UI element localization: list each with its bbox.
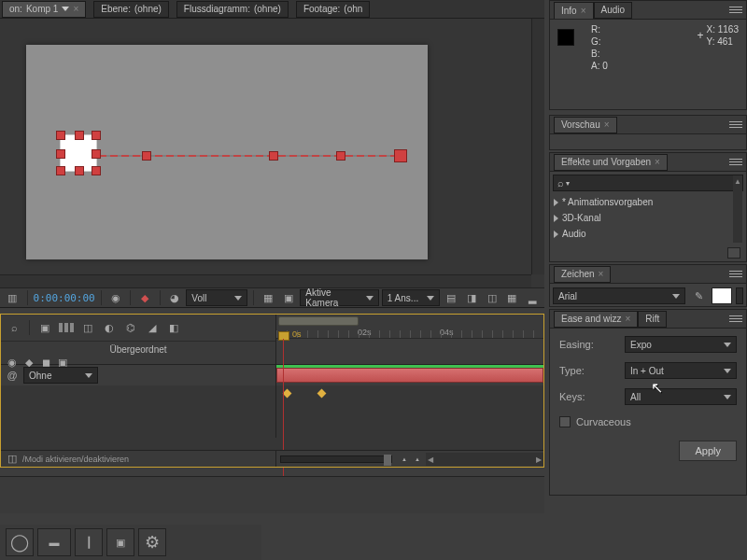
curvaceous-label: Curvaceous [576, 416, 631, 427]
tab-label-prefix: Ebene: [101, 4, 131, 14]
magnify-icon[interactable]: ▥ [4, 288, 21, 307]
timeline-scroll-h[interactable]: ◀ ▶ [426, 453, 543, 466]
draft3d-icon[interactable]: ◧ [164, 318, 183, 337]
curvaceous-checkbox[interactable] [559, 416, 571, 427]
shape-start[interactable] [60, 134, 97, 172]
pickwhip-icon[interactable]: @ [5, 366, 20, 385]
tree-item-3d-channel[interactable]: 3D-Kanal [550, 210, 746, 226]
keyframe[interactable] [283, 389, 292, 399]
effects-scroll-v[interactable]: ▲ [733, 175, 742, 243]
frame-blend-icon[interactable]: ◫ [78, 318, 97, 337]
motion-blur-icon[interactable]: ◐ [100, 318, 119, 337]
tree-item-animation-presets[interactable]: * Animationsvorgaben [550, 194, 746, 210]
tab-composition[interactable]: on: Komp 1 × [2, 1, 86, 18]
apply-button[interactable]: Apply [679, 441, 737, 461]
viewer-scroll-v[interactable] [531, 19, 544, 274]
viewer-scroll-h[interactable] [0, 274, 531, 287]
playhead[interactable]: 0s [278, 331, 289, 341]
resolution-dropdown[interactable]: Voll [186, 289, 247, 306]
search-icon: ⌕ [557, 177, 564, 189]
easing-dropdown[interactable]: Expo [625, 336, 737, 353]
tree-item-label: * Animationsvorgaben [562, 197, 653, 207]
tab-character[interactable]: Zeichen × [554, 266, 611, 283]
tab-preview[interactable]: Vorschau × [554, 117, 617, 133]
crop-icon[interactable]: ◨ [463, 288, 481, 307]
share-view-icon[interactable]: ▤ [443, 288, 460, 307]
zoom-in-icon[interactable]: ▲ [411, 450, 424, 469]
stroke-color-swatch[interactable] [736, 287, 743, 304]
toggle-switches-icon[interactable]: ◫ [5, 450, 20, 469]
panel-menu-icon[interactable] [729, 119, 742, 130]
tab-layer[interactable]: Ebene: (ohne) [93, 1, 169, 18]
close-icon[interactable]: × [655, 157, 660, 167]
views-dropdown[interactable]: 1 Ans... [382, 289, 440, 306]
snapshot-icon[interactable]: ◉ [107, 288, 125, 307]
close-icon[interactable]: × [625, 314, 630, 324]
composition-canvas[interactable] [26, 45, 428, 259]
path-handle[interactable] [269, 151, 278, 161]
tab-effects[interactable]: Effekte und Vorgaben × [554, 154, 668, 171]
bottom-tool-gear-icon[interactable]: ⚙ [138, 528, 166, 556]
keys-dropdown[interactable]: All [625, 388, 737, 405]
chevron-right-icon [554, 215, 558, 222]
bottom-tool-rectangle-icon[interactable]: ▬ [37, 528, 71, 556]
bottom-tool-split-icon[interactable]: ┃ [75, 528, 103, 556]
crosshair-icon: + [698, 30, 704, 42]
font-family-dropdown[interactable]: Arial [553, 287, 685, 304]
close-icon[interactable]: × [581, 6, 586, 16]
keyframe[interactable] [317, 389, 327, 399]
chevron-right-icon [554, 231, 558, 238]
effects-new-bin-icon[interactable] [727, 247, 740, 259]
tab-rift-label: Rift [645, 314, 659, 324]
settings-icon[interactable]: ◫ [483, 288, 500, 307]
comp-mini-icon[interactable]: ▣ [35, 318, 54, 337]
parent-dropdown[interactable]: Ohne [23, 367, 98, 384]
tree-item-label: Audio [562, 229, 586, 239]
bottom-tool-layer-icon[interactable]: ▣ [106, 528, 134, 556]
channels-icon[interactable]: ◆ [136, 288, 154, 307]
panel-menu-icon[interactable] [729, 313, 742, 324]
tab-rift[interactable]: Rift [638, 311, 667, 328]
close-icon[interactable]: × [73, 4, 78, 14]
eyedropper-icon[interactable]: ✎ [689, 287, 708, 305]
zoom-slider-thumb[interactable] [384, 455, 391, 466]
motion-path [88, 155, 396, 157]
close-icon[interactable]: × [599, 269, 604, 279]
fill-color-swatch[interactable] [712, 287, 732, 304]
timeline-zoom-slider[interactable] [280, 455, 392, 463]
bottom-tool-shutter-icon[interactable]: ◯ [6, 528, 34, 556]
effects-search-input[interactable]: ⌕ ▾ [553, 175, 743, 191]
timecode[interactable]: 0:00:00:00 [34, 292, 95, 304]
tab-audio[interactable]: Audio [594, 2, 633, 19]
camera-dropdown[interactable]: Aktive Kamera [300, 289, 379, 306]
tab-footage[interactable]: Footage: (ohn [296, 1, 371, 18]
panel-menu-icon[interactable] [729, 156, 742, 167]
tree-item-label: 3D-Kanal [562, 213, 601, 223]
close-icon[interactable]: × [604, 119, 610, 130]
brainstorm-icon[interactable]: ⌬ [121, 318, 140, 337]
layer-switch-icon[interactable] [57, 318, 76, 337]
mask-icon[interactable]: ▣ [280, 288, 298, 307]
tab-info[interactable]: Info × [554, 2, 594, 19]
chevron-down-icon[interactable] [62, 7, 69, 11]
transparency-grid-icon[interactable]: ▦ [260, 288, 277, 307]
graph-editor-icon[interactable]: ◢ [143, 318, 162, 337]
tab-flowchart[interactable]: Flussdiagramm: (ohne) [176, 1, 289, 18]
shape-end[interactable] [394, 149, 407, 162]
layer-bar[interactable] [276, 368, 543, 383]
path-handle[interactable] [336, 151, 345, 161]
footer-toggle-label[interactable]: /Modi aktivieren/deaktivieren [22, 455, 129, 464]
zoom-out-icon[interactable]: ▲ [398, 450, 411, 469]
panel-menu-icon[interactable] [729, 4, 742, 15]
work-area-bar[interactable] [278, 316, 359, 326]
chevron-down-icon[interactable]: ▾ [566, 179, 570, 188]
path-handle[interactable] [142, 151, 151, 161]
colorwheel-icon[interactable]: ◕ [166, 288, 184, 307]
timeline-icon[interactable]: ▂ [523, 288, 541, 307]
exposure-icon[interactable]: ▦ [503, 288, 521, 307]
type-dropdown[interactable]: In + Out [625, 362, 737, 379]
timeline-search-icon[interactable]: ⌕ [5, 318, 23, 337]
tab-ease-and-wizz[interactable]: Ease and wizz × [554, 311, 638, 328]
tree-item-audio[interactable]: Audio [550, 226, 746, 242]
panel-menu-icon[interactable] [729, 268, 742, 279]
